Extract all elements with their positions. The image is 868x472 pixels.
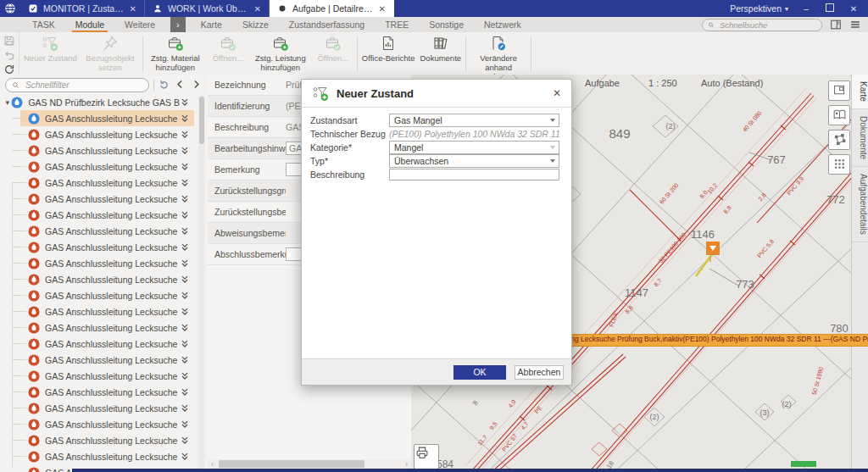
expand-details-icon[interactable] [180,419,190,430]
close-tab-icon[interactable]: ✕ [379,4,386,14]
ok-button[interactable]: OK [453,365,506,380]
maximize-button[interactable] [824,3,836,14]
tree-item[interactable]: GAS Anschlussleitung Lecksuche Prüfung..… [0,368,194,384]
horizontal-scrollbar[interactable]: ‹ › [208,459,411,469]
side-tab-dokumente[interactable]: Dokumente [852,109,868,167]
navigate-back-button[interactable] [175,79,186,91]
expand-details-icon[interactable] [180,242,190,253]
ribbon-tab-sonstige[interactable]: Sonstige [419,17,474,32]
ribbon-tab-task[interactable]: TASK [22,17,65,32]
expand-details-icon[interactable] [180,258,190,269]
map-button-overview[interactable] [828,81,850,101]
expand-details-icon[interactable] [180,226,190,236]
tree-item[interactable]: GAS Anschlussleitung Lecksuche Prüfung..… [0,223,194,239]
ribbon-overflow-button[interactable]: › [170,17,186,32]
tree-item[interactable]: GAS Anschlussleitung Lecksuche Prüfung..… [0,126,194,142]
tree-item[interactable]: GAS Anschlussleitung Lecksuche Prüfung..… [0,158,194,175]
quick-search-box[interactable] [702,19,822,31]
map-button-legend[interactable] [828,105,850,125]
toolbar-button-dokumente[interactable]: Dokumente [418,32,465,75]
cancel-button[interactable]: Abbrechen [515,365,564,380]
toolbar-button-office-berichte[interactable]: Office-Berichte [359,32,418,75]
ribbon-tab-weitere[interactable]: Weitere [114,17,165,32]
print-map-button[interactable] [414,444,439,469]
ribbon-tab-netzwerk[interactable]: Netzwerk [474,17,531,32]
scroll-right-arrow[interactable]: › [402,460,411,469]
map-button-select-polygon[interactable] [828,130,850,150]
toolbar-button-zstg-material-hinzufügen[interactable]: Zstg. Material hinzufügen [145,32,206,75]
tree-item[interactable]: GAS Anschlussleitung Lecksuche Prüfung..… [0,336,194,352]
close-button[interactable]: ✕ [848,4,860,14]
tree-item[interactable]: GAS Anschlussleitung Lecksuche Prüfung..… [0,352,194,368]
save-button[interactable] [3,35,16,47]
expand-details-icon[interactable] [180,130,190,140]
expand-details-icon[interactable] [180,387,190,397]
tree-item[interactable]: GAS Anschlussleitung Lecksuche Prüfung..… [0,287,194,303]
tree-item[interactable]: GAS Anschlussleitung Lecksuche Prüfung..… [0,448,194,464]
tree-item[interactable]: GAS Anschlussleitung Lecksuche Prüfung..… [0,384,194,400]
tree-item[interactable]: GAS Anschlussleitung Lecksuche Prüfung..… [0,142,194,158]
tree-item-group[interactable]: ▾GAS ND Prüfbezirk Lecksuche GAS Begehun… [0,94,194,110]
toolbar-button-zstg-leistung-hinzufügen[interactable]: Zstg. Leistung hinzufügen [250,32,311,75]
toolbar-button-neuer-zustand[interactable]: Neuer Zustand [21,32,80,75]
tree-item[interactable]: GAS Anschlussleitung Lecksuche Prüfung..… [0,432,194,448]
close-tab-icon[interactable]: ✕ [254,4,261,14]
side-tab-aufgabendetails[interactable]: Aufgabendetails [852,167,868,242]
scrollbar-track[interactable] [217,460,402,468]
expand-details-icon[interactable] [180,452,190,462]
map-button-grid-dots[interactable] [828,154,850,175]
window-tab-1[interactable]: MONITOR | Zustandsübersicht✕ [20,0,145,17]
expand-details-icon[interactable] [180,323,190,333]
tree-item[interactable]: GAS Anschlussleitung Lecksuche Prüfung..… [0,400,194,416]
tree-item[interactable]: GAS Anschlussleitung Lecksuche Prüfung..… [0,239,194,255]
dialog-close-button[interactable]: ✕ [553,87,561,99]
window-tab-3[interactable]: Aufgabe | Detailreiter✕ [270,0,394,17]
expand-details-icon[interactable] [180,194,190,204]
dropdown-select[interactable]: Überwachsen [389,154,559,168]
toolbar-button-bezugsobjekt-setzen[interactable]: Bezugsobjekt setzen [80,32,141,75]
ribbon-tab-karte[interactable]: Karte [191,17,232,32]
scroll-left-arrow[interactable]: ‹ [208,460,217,469]
expand-details-icon[interactable] [180,307,190,317]
tree-item[interactable]: GAS Anschlussleitung Lecksuche Prüfung..… [0,303,194,319]
tree-item-selected[interactable]: GAS Anschlussleitung Lecksuche Prüfung..… [0,110,194,126]
toolbar-button-öffnen[interactable]: Öffnen... [311,32,355,75]
side-panel-icon[interactable] [830,19,842,31]
toolbar-button-verändere-anhand-vorlage[interactable]: Verändere anhand Vorlage ▾ [468,32,529,75]
dropdown-select-disabled[interactable]: Mangel [389,141,559,154]
expand-details-icon[interactable] [180,178,190,188]
expand-details-icon[interactable] [180,162,190,172]
expand-details-icon[interactable] [180,291,190,301]
filter-input[interactable] [24,80,142,91]
expand-details-icon[interactable] [180,275,190,285]
tree-item[interactable]: GAS Anschlussleitung Lecksuche Prüfung..… [0,271,194,287]
hamburger-menu-icon[interactable] [849,19,861,31]
ribbon-tab-module[interactable]: Module [65,17,114,32]
tree-item[interactable]: GAS Anschlussleitung Lecksuche Prüfung..… [0,175,194,191]
expand-details-icon[interactable] [180,210,190,220]
tree-scrollbar-thumb[interactable] [199,97,204,144]
dropdown-select[interactable]: Gas Mangel [389,114,559,127]
expand-details-icon[interactable] [180,371,190,381]
side-tab-karte[interactable]: Karte [852,75,868,109]
minimize-button[interactable]: – [800,4,812,14]
ribbon-tab-skizze[interactable]: Skizze [232,17,279,32]
toolbar-button-öffnen[interactable]: Öffnen... [206,32,250,75]
reset-filter-button[interactable] [159,79,170,91]
collapse-caret-icon[interactable]: ▾ [3,98,11,107]
tree-item[interactable]: GAS Anschlussleitung Lecksuche Prüfung..… [0,191,194,207]
ribbon-tab-tree[interactable]: TREE [375,17,419,32]
refresh-button[interactable] [3,64,16,75]
ribbon-tab-zustandserfassung[interactable]: Zustandserfassung [279,17,375,32]
expand-details-icon[interactable] [180,355,190,365]
expand-details-icon[interactable] [180,339,190,349]
tree-item[interactable]: GAS Anschlussleitung Lecksuche Prüfung..… [0,207,194,223]
expand-details-icon[interactable] [180,436,190,446]
expand-details-icon[interactable] [180,114,190,124]
quick-filter-box[interactable] [5,78,149,92]
expand-details-icon[interactable] [180,146,190,156]
close-tab-icon[interactable]: ✕ [130,4,136,14]
expand-details-icon[interactable] [180,97,190,108]
perspectives-menu[interactable]: Perspektiven ▾ [730,3,788,14]
tree-item[interactable]: GAS Anschlussleitung Lecksuche Prüfung..… [0,319,194,336]
